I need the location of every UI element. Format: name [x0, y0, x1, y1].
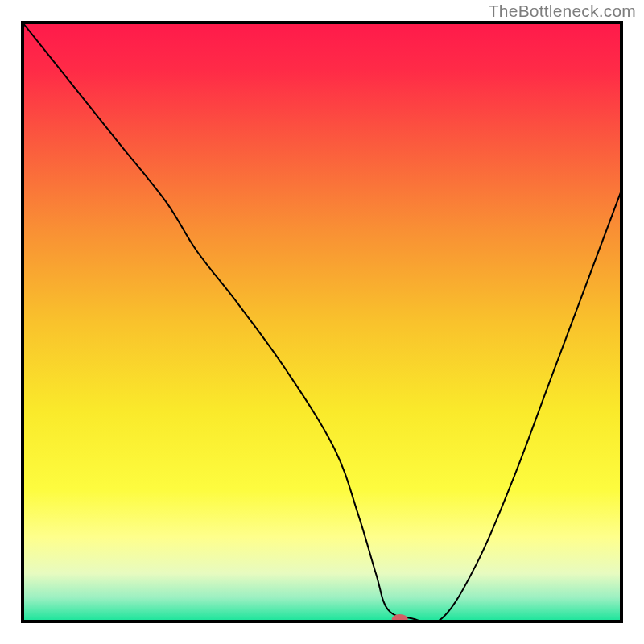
bottleneck-chart [0, 0, 644, 644]
watermark-text: TheBottleneck.com [489, 2, 636, 21]
chart-container: TheBottleneck.com [0, 0, 644, 644]
gradient-background [23, 23, 621, 621]
